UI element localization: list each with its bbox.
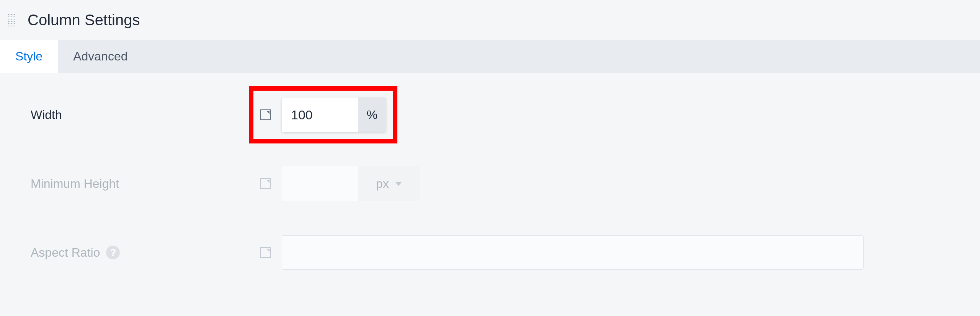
tabs-bar: Style Advanced — [0, 40, 980, 73]
help-icon[interactable]: ? — [106, 246, 120, 259]
aspect-ratio-label-text: Aspect Ratio — [31, 246, 100, 260]
reset-icon — [260, 178, 271, 189]
width-input[interactable] — [282, 98, 358, 132]
reset-icon — [260, 247, 271, 258]
reset-icon[interactable] — [260, 109, 271, 120]
minimum-height-input-group: px — [282, 166, 420, 201]
aspect-ratio-control — [260, 235, 864, 270]
unit-text: px — [376, 177, 389, 191]
width-control: % — [260, 98, 386, 132]
minimum-height-unit-select[interactable]: px — [358, 166, 420, 201]
minimum-height-input[interactable] — [282, 166, 358, 201]
drag-handle-icon[interactable] — [0, 14, 18, 26]
minimum-height-control: px — [260, 166, 420, 201]
width-input-group: % — [282, 98, 386, 132]
width-unit[interactable]: % — [358, 98, 386, 132]
panel-title: Column Settings — [18, 11, 140, 29]
tab-style[interactable]: Style — [0, 40, 58, 73]
setting-width: Width % — [31, 96, 949, 134]
tab-advanced[interactable]: Advanced — [58, 40, 143, 73]
aspect-ratio-input[interactable] — [282, 235, 864, 270]
settings-content: Width % Minimum Height — [0, 73, 980, 316]
setting-minimum-height: Minimum Height px — [31, 165, 949, 203]
width-label: Width — [31, 108, 260, 122]
panel-header: Column Settings — [0, 0, 980, 40]
settings-panel: Column Settings Style Advanced Width % M… — [0, 0, 980, 316]
aspect-ratio-label: Aspect Ratio ? — [31, 246, 260, 260]
minimum-height-label: Minimum Height — [31, 177, 260, 191]
chevron-down-icon — [395, 182, 402, 186]
setting-aspect-ratio: Aspect Ratio ? — [31, 233, 949, 272]
